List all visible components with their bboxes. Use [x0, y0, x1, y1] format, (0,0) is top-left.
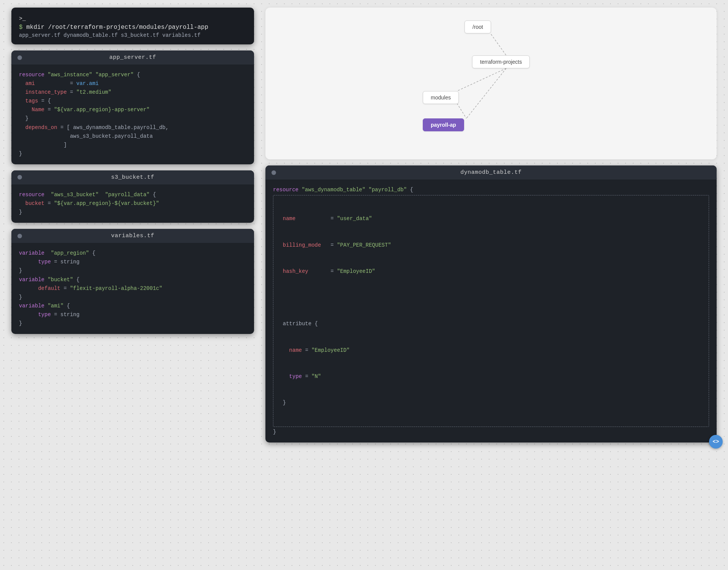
variables-title: variables.tf: [111, 233, 154, 239]
code-line: bucket = "${var.app_region}-${var.bucket…: [19, 199, 246, 208]
payroll-label: payroll-ap: [423, 118, 464, 131]
dynamodb-header: dynamodb_table.tf: [265, 165, 717, 180]
app-server-title: app_server.tf: [109, 54, 156, 61]
app-server-panel: app_server.tf resource "aws_instance" "a…: [11, 50, 254, 164]
dollar-sign: $: [19, 24, 23, 31]
code-line: depends_on = [ aws_dynamodb_table.payrol…: [19, 123, 246, 132]
code-line: ami = var.ami: [19, 79, 246, 88]
code-line: name = "user_data": [276, 214, 706, 223]
panel-dot: [17, 55, 22, 60]
code-line: type = string: [19, 310, 246, 319]
code-line: resource "aws_s3_bucket" "payroll_data" …: [19, 191, 246, 199]
dynamodb-title: dynamodb_table.tf: [460, 169, 522, 176]
code-line: Name = "${var.app_region}-app-server": [19, 105, 246, 114]
code-line: }: [273, 428, 709, 436]
code-line: }: [276, 398, 706, 407]
variables-panel: variables.tf variable "app_region" { typ…: [11, 229, 254, 334]
code-line: billing_mode = "PAY_PER_REQUEST": [276, 241, 706, 250]
tree-diagram-panel: /root terraform-projects modules payroll…: [265, 8, 717, 159]
s3-bucket-panel: s3_bucket.tf resource "aws_s3_bucket" "p…: [11, 170, 254, 223]
tree-node-payroll: payroll-ap: [423, 118, 464, 131]
code-line: variable "bucket" {: [19, 276, 246, 284]
app-server-header: app_server.tf: [11, 50, 254, 65]
tree-node-terraform: terraform-projects: [472, 55, 530, 68]
dynamodb-body: resource "aws_dynamodb_table" "payroll_d…: [265, 180, 717, 442]
s3-bucket-body: resource "aws_s3_bucket" "payroll_data" …: [11, 184, 254, 223]
code-line: hash_key = "EmployeeID": [276, 267, 706, 276]
dynamodb-wrapper: dynamodb_table.tf resource "aws_dynamodb…: [265, 165, 717, 442]
root-label: /root: [464, 20, 491, 33]
tree-node-root: /root: [464, 20, 491, 33]
terraform-label: terraform-projects: [472, 55, 530, 68]
code-line: }: [19, 319, 246, 328]
dynamodb-panel: dynamodb_table.tf resource "aws_dynamodb…: [265, 165, 717, 442]
terminal-cursor: >_: [19, 16, 26, 22]
code-line: instance_type = "t2.medium": [19, 88, 246, 97]
terminal-output: app_server.tf dynamodb_table.tf s3_bucke…: [19, 32, 246, 38]
panel-dot: [17, 234, 22, 238]
code-line: variable "ami" {: [19, 302, 246, 310]
modules-label: modules: [423, 91, 459, 104]
code-line: variable "app_region" {: [19, 249, 246, 258]
code-line: aws_s3_bucket.payroll_data: [19, 132, 246, 141]
code-line: [276, 293, 706, 302]
code-line: }: [19, 293, 246, 302]
code-line: resource "aws_instance" "app_server" {: [19, 71, 246, 79]
terminal-command: $ mkdir /root/terraform-projects/modules…: [19, 24, 246, 31]
code-line: }: [19, 266, 246, 275]
code-line: default = "flexit-payroll-alpha-22001c": [19, 284, 246, 293]
code-line: type = "N": [276, 372, 706, 381]
code-line: resource "aws_dynamodb_table" "payroll_d…: [273, 186, 709, 194]
s3-bucket-title: s3_bucket.tf: [111, 174, 154, 181]
panel-dot: [17, 175, 22, 180]
variables-body: variable "app_region" { type = string } …: [11, 243, 254, 334]
terminal-prompt: >_: [19, 14, 246, 24]
svg-line-3: [457, 103, 466, 118]
code-line: tags = {: [19, 97, 246, 105]
left-column: >_ $ mkdir /root/terraform-projects/modu…: [11, 8, 254, 442]
dashed-box: name = "user_data" billing_mode = "PAY_P…: [273, 195, 709, 427]
app-server-body: resource "aws_instance" "app_server" { a…: [11, 65, 254, 164]
code-line: ]: [19, 141, 246, 150]
code-badge-icon[interactable]: <>: [709, 435, 723, 449]
terminal-cmd-text: mkdir /root/terraform-projects/modules/p…: [26, 24, 208, 31]
code-line: }: [19, 208, 246, 217]
right-column: /root terraform-projects modules payroll…: [265, 8, 717, 442]
svg-line-1: [457, 68, 506, 91]
code-line: }: [19, 150, 246, 158]
tree-node-modules: modules: [423, 91, 459, 104]
code-line: name = "EmployeeID": [276, 346, 706, 355]
panel-dot: [271, 170, 276, 175]
svg-line-2: [466, 68, 506, 118]
code-line: attribute {: [276, 320, 706, 328]
svg-line-0: [491, 34, 506, 55]
tree-container: /root terraform-projects modules payroll…: [411, 19, 571, 148]
code-line: }: [19, 114, 246, 123]
variables-header: variables.tf: [11, 229, 254, 243]
terminal-panel: >_ $ mkdir /root/terraform-projects/modu…: [11, 8, 254, 44]
code-line: type = string: [19, 258, 246, 266]
s3-bucket-header: s3_bucket.tf: [11, 170, 254, 184]
